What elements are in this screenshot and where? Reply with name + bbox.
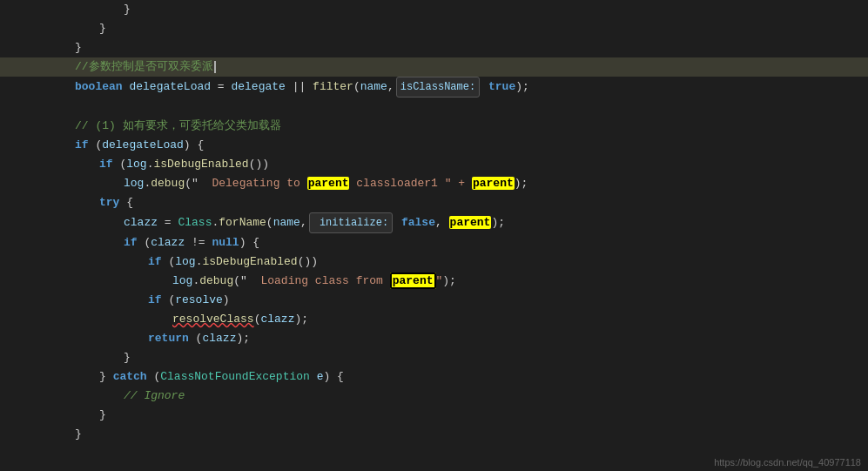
code-editor: } } } //参数控制是否可双亲委派 boolean delegateLoad… xyxy=(0,0,868,471)
line-content-15: log.debug(" Loading class from parent"); xyxy=(44,272,868,291)
line-content-17: resolveClass(clazz); xyxy=(44,310,868,329)
code-line-2: } xyxy=(0,19,868,38)
line-content-10: log.debug(" Delegating to parent classlo… xyxy=(44,174,868,193)
code-line-22: } xyxy=(0,406,868,425)
code-line-4: //参数控制是否可双亲委派 xyxy=(0,57,868,77)
line-content-19: } xyxy=(44,348,868,367)
line-content-20: } catch (ClassNotFoundException e) { xyxy=(44,367,868,387)
code-line-19: } xyxy=(0,348,868,367)
line-content-3: } xyxy=(44,38,868,57)
line-content-11: try { xyxy=(44,193,868,212)
line-content-14: if (log.isDebugEnabled()) xyxy=(44,252,868,272)
line-content-4: //参数控制是否可双亲委派 xyxy=(44,57,868,77)
code-line-13: if (clazz != null) { xyxy=(0,233,868,252)
code-area: } } } //参数控制是否可双亲委派 boolean delegateLoad… xyxy=(0,0,868,471)
code-line-16: if (resolve) xyxy=(0,291,868,310)
code-line-11: try { xyxy=(0,193,868,212)
code-line-17: resolveClass(clazz); xyxy=(0,310,868,329)
line-content-8: if (delegateLoad) { xyxy=(44,136,868,155)
code-line-18: return (clazz); xyxy=(0,329,868,348)
code-line-20: } catch (ClassNotFoundException e) { xyxy=(0,367,868,387)
code-line-7: // (1) 如有要求，可委托给父类加载器 xyxy=(0,117,868,136)
code-line-14: if (log.isDebugEnabled()) xyxy=(0,252,868,272)
watermark: https://blog.csdn.net/qq_40977118 xyxy=(714,457,861,468)
line-content-9: if (log.isDebugEnabled()) xyxy=(44,155,868,174)
code-line-9: if (log.isDebugEnabled()) xyxy=(0,155,868,174)
code-line-1: } xyxy=(0,0,868,19)
code-line-3: } xyxy=(0,38,868,57)
code-line-15: log.debug(" Loading class from parent"); xyxy=(0,272,868,291)
code-line-5: boolean delegateLoad = delegate || filte… xyxy=(0,77,868,98)
code-line-21: // Ignore xyxy=(0,387,868,406)
line-content-22: } xyxy=(44,406,868,425)
line-content-12: clazz = Class.forName(name, initialize: … xyxy=(44,212,868,233)
line-content-13: if (clazz != null) { xyxy=(44,233,868,252)
code-line-10: log.debug(" Delegating to parent classlo… xyxy=(0,174,868,193)
line-content-7: // (1) 如有要求，可委托给父类加载器 xyxy=(44,117,868,136)
line-content-1: } xyxy=(44,0,868,19)
code-line-6 xyxy=(0,98,868,117)
code-line-23: } xyxy=(0,425,868,444)
line-content-18: return (clazz); xyxy=(44,329,868,348)
line-content-23: } xyxy=(44,425,868,444)
line-content-5: boolean delegateLoad = delegate || filte… xyxy=(44,77,868,98)
line-content-6 xyxy=(44,98,868,117)
line-content-16: if (resolve) xyxy=(44,291,868,310)
code-line-12: clazz = Class.forName(name, initialize: … xyxy=(0,212,868,233)
line-content-2: } xyxy=(44,19,868,38)
code-line-8: if (delegateLoad) { xyxy=(0,136,868,155)
line-content-21: // Ignore xyxy=(44,387,868,406)
